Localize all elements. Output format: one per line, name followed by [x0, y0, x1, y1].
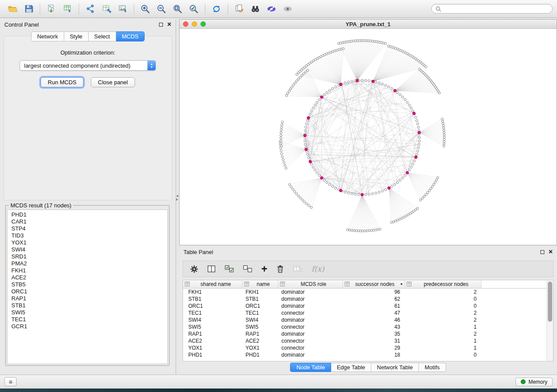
result-item[interactable]: FKH1: [11, 267, 163, 274]
close-window-icon[interactable]: [183, 21, 188, 27]
show-all-button[interactable]: [280, 2, 296, 16]
expand-right-icon[interactable]: [176, 198, 178, 201]
table-cell[interactable]: ACE2: [183, 337, 242, 344]
optimization-dropdown[interactable]: largest connected component (undirected)…: [20, 60, 156, 71]
column-header[interactable]: name: [242, 280, 278, 288]
collapse-left-icon[interactable]: [176, 195, 178, 197]
table-cell[interactable]: 96: [343, 288, 405, 296]
maximize-window-icon[interactable]: [201, 21, 206, 27]
table-cell[interactable]: dominator: [278, 330, 343, 337]
new-table-button[interactable]: [98, 2, 114, 16]
table-cell[interactable]: ACE2: [242, 337, 278, 344]
column-header[interactable]: shared name: [183, 280, 242, 288]
network-graph[interactable]: [180, 29, 557, 246]
table-row[interactable]: FKH1FKH1dominator962: [183, 288, 553, 296]
close-panel-icon[interactable]: ×: [167, 21, 171, 28]
apply-layout-button[interactable]: [208, 2, 225, 16]
panel-splitter[interactable]: [176, 19, 179, 375]
result-item[interactable]: STB1: [11, 302, 163, 309]
save-session-button[interactable]: [21, 2, 37, 16]
result-item[interactable]: CAR1: [11, 218, 163, 225]
result-item[interactable]: SWI5: [11, 309, 163, 316]
show-columns-button[interactable]: [207, 265, 216, 273]
result-item[interactable]: ACE2: [11, 274, 163, 281]
memory-button[interactable]: Memory: [515, 378, 553, 386]
table-cell[interactable]: YOX1: [183, 344, 242, 351]
table-row[interactable]: RAP1RAP1dominator352: [183, 330, 553, 337]
table-cell[interactable]: 2: [405, 309, 481, 316]
run-mcds-button[interactable]: Run MCDS: [41, 77, 83, 87]
table-cell[interactable]: FKH1: [183, 288, 242, 296]
add-column-button[interactable]: +: [261, 265, 267, 273]
table-cell[interactable]: SWI4: [183, 316, 242, 323]
search-input[interactable]: [444, 5, 548, 12]
result-item[interactable]: TID3: [11, 232, 163, 239]
table-cell[interactable]: FKH1: [242, 288, 278, 296]
zoom-in-button[interactable]: [137, 2, 153, 16]
table-row[interactable]: TEC1TEC1connector472: [183, 309, 553, 316]
scrollbar-thumb[interactable]: [548, 282, 552, 322]
table-cell[interactable]: PHD1: [183, 351, 242, 358]
zoom-selected-button[interactable]: [186, 2, 202, 16]
result-item[interactable]: SWI4: [11, 246, 163, 253]
table-cell[interactable]: SWI5: [242, 323, 278, 330]
result-item[interactable]: RAP1: [11, 295, 163, 302]
table-cell[interactable]: 0: [405, 296, 481, 303]
export-image-button[interactable]: [114, 2, 131, 16]
table-cell[interactable]: connector: [278, 323, 343, 330]
result-item[interactable]: STB5: [11, 281, 163, 288]
result-item[interactable]: TEC1: [11, 316, 163, 323]
hide-selected-button[interactable]: [263, 2, 280, 16]
result-item[interactable]: STP4: [11, 225, 163, 232]
table-cell[interactable]: SWI5: [183, 323, 242, 330]
column-header[interactable]: successor nodes▾: [343, 280, 405, 288]
deselect-all-button[interactable]: [243, 265, 253, 273]
table-cell[interactable]: 29: [343, 344, 405, 351]
table-cell[interactable]: dominator: [278, 316, 343, 323]
table-cell[interactable]: connector: [278, 337, 343, 344]
new-network-button[interactable]: [82, 2, 98, 16]
table-cell[interactable]: SWI4: [242, 316, 278, 323]
table-cell[interactable]: STB1: [183, 296, 242, 303]
table-cell[interactable]: TEC1: [242, 309, 278, 316]
table-row[interactable]: ORC1ORC1dominator610: [183, 303, 553, 309]
tab-edge-table[interactable]: Edge Table: [331, 363, 371, 372]
toolbar-search[interactable]: [431, 4, 553, 14]
table-cell[interactable]: 2: [405, 288, 481, 296]
result-item[interactable]: ORC1: [11, 288, 163, 295]
table-cell[interactable]: 47: [343, 309, 405, 316]
select-all-button[interactable]: [225, 265, 234, 273]
table-cell[interactable]: dominator: [278, 288, 343, 296]
result-item[interactable]: PHD1: [11, 211, 163, 218]
table-cell[interactable]: 18: [343, 351, 405, 358]
table-cell[interactable]: 61: [343, 303, 405, 309]
table-cell[interactable]: dominator: [278, 303, 343, 309]
float-panel-icon[interactable]: [159, 23, 163, 27]
table-cell[interactable]: 1: [405, 344, 481, 351]
tab-motifs[interactable]: Motifs: [419, 363, 446, 372]
import-table-button[interactable]: [59, 2, 76, 16]
table-settings-button[interactable]: [190, 265, 198, 273]
table-cell[interactable]: RAP1: [183, 330, 242, 337]
table-row[interactable]: SWI4SWI4dominator462: [183, 316, 553, 323]
table-cell[interactable]: PHD1: [242, 351, 278, 358]
tab-select[interactable]: Select: [89, 31, 116, 41]
tab-network-table[interactable]: Network Table: [371, 363, 419, 372]
table-cell[interactable]: STB1: [242, 296, 278, 303]
table-cell[interactable]: 1: [405, 337, 481, 344]
network-canvas[interactable]: [180, 29, 557, 245]
table-cell[interactable]: 46: [343, 316, 405, 323]
tab-node-table[interactable]: Node Table: [290, 363, 331, 372]
tab-mcds[interactable]: MCDS: [116, 31, 145, 41]
minimize-window-icon[interactable]: [192, 21, 197, 27]
delete-column-button[interactable]: [276, 265, 284, 273]
table-cell[interactable]: 1: [405, 323, 481, 330]
table-cell[interactable]: 2: [405, 330, 481, 337]
float-table-panel-icon[interactable]: [540, 250, 544, 254]
result-item[interactable]: YOX1: [11, 239, 163, 246]
result-item[interactable]: SRD1: [11, 253, 163, 260]
table-cell[interactable]: TEC1: [183, 309, 242, 316]
table-row[interactable]: STB1STB1dominator620: [183, 296, 553, 303]
result-item[interactable]: GCR1: [11, 323, 163, 330]
table-scrollbar[interactable]: [547, 280, 553, 361]
